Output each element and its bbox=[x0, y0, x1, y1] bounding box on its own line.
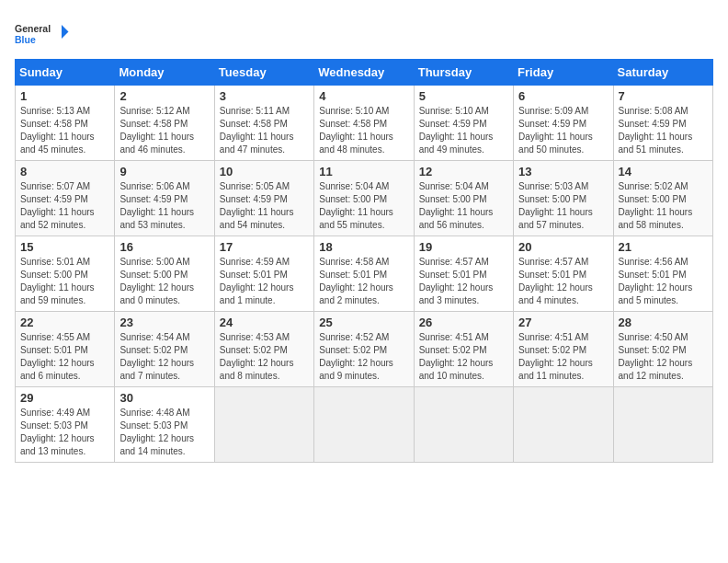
calendar-day-cell: 3Sunrise: 5:11 AM Sunset: 4:58 PM Daylig… bbox=[214, 86, 313, 161]
calendar-day-cell: 2Sunrise: 5:12 AM Sunset: 4:58 PM Daylig… bbox=[115, 86, 214, 161]
calendar-week-row: 22Sunrise: 4:55 AM Sunset: 5:01 PM Dayli… bbox=[16, 312, 713, 387]
calendar-day-cell: 15Sunrise: 5:01 AM Sunset: 5:00 PM Dayli… bbox=[16, 236, 115, 312]
calendar-day-cell: 24Sunrise: 4:53 AM Sunset: 5:02 PM Dayli… bbox=[214, 312, 313, 387]
day-info: Sunrise: 5:05 AM Sunset: 4:59 PM Dayligh… bbox=[220, 180, 309, 232]
day-info: Sunrise: 5:04 AM Sunset: 5:00 PM Dayligh… bbox=[319, 180, 408, 232]
calendar-day-cell: 12Sunrise: 5:04 AM Sunset: 5:00 PM Dayli… bbox=[414, 161, 513, 236]
calendar-day-cell bbox=[314, 387, 414, 463]
day-number: 29 bbox=[20, 391, 109, 405]
calendar-day-cell: 30Sunrise: 4:48 AM Sunset: 5:03 PM Dayli… bbox=[115, 387, 214, 463]
day-number: 4 bbox=[319, 89, 408, 103]
calendar-day-cell: 19Sunrise: 4:57 AM Sunset: 5:01 PM Dayli… bbox=[414, 236, 513, 312]
day-number: 8 bbox=[20, 165, 109, 178]
weekday-header-sunday: Sunday bbox=[16, 60, 115, 86]
day-number: 13 bbox=[518, 165, 608, 178]
day-number: 3 bbox=[220, 89, 309, 103]
day-number: 25 bbox=[319, 316, 408, 329]
calendar-week-row: 1Sunrise: 5:13 AM Sunset: 4:58 PM Daylig… bbox=[16, 86, 713, 161]
day-info: Sunrise: 5:00 AM Sunset: 5:00 PM Dayligh… bbox=[119, 256, 209, 307]
calendar-day-cell: 22Sunrise: 4:55 AM Sunset: 5:01 PM Dayli… bbox=[16, 312, 115, 387]
calendar-day-cell: 20Sunrise: 4:57 AM Sunset: 5:01 PM Dayli… bbox=[514, 236, 613, 312]
calendar-day-cell bbox=[514, 387, 613, 463]
day-info: Sunrise: 4:59 AM Sunset: 5:01 PM Dayligh… bbox=[220, 256, 309, 307]
day-number: 18 bbox=[319, 240, 408, 254]
day-number: 10 bbox=[220, 165, 309, 178]
day-number: 2 bbox=[119, 89, 209, 103]
day-number: 22 bbox=[20, 316, 109, 329]
calendar-day-cell: 8Sunrise: 5:07 AM Sunset: 4:59 PM Daylig… bbox=[16, 161, 115, 236]
day-number: 16 bbox=[119, 240, 209, 254]
day-number: 17 bbox=[220, 240, 309, 254]
day-info: Sunrise: 4:56 AM Sunset: 5:01 PM Dayligh… bbox=[619, 256, 708, 307]
day-info: Sunrise: 4:51 AM Sunset: 5:02 PM Dayligh… bbox=[518, 331, 608, 383]
day-number: 15 bbox=[20, 240, 109, 254]
svg-marker-2 bbox=[62, 25, 69, 39]
day-info: Sunrise: 4:58 AM Sunset: 5:01 PM Dayligh… bbox=[319, 256, 408, 307]
day-number: 12 bbox=[419, 165, 508, 178]
calendar-day-cell: 11Sunrise: 5:04 AM Sunset: 5:00 PM Dayli… bbox=[314, 161, 414, 236]
day-info: Sunrise: 5:12 AM Sunset: 4:58 PM Dayligh… bbox=[119, 105, 209, 156]
calendar-week-row: 29Sunrise: 4:49 AM Sunset: 5:03 PM Dayli… bbox=[16, 387, 713, 463]
day-number: 28 bbox=[619, 316, 708, 329]
calendar-day-cell: 7Sunrise: 5:08 AM Sunset: 4:59 PM Daylig… bbox=[613, 86, 712, 161]
day-info: Sunrise: 5:11 AM Sunset: 4:58 PM Dayligh… bbox=[220, 105, 309, 156]
calendar-day-cell: 13Sunrise: 5:03 AM Sunset: 5:00 PM Dayli… bbox=[514, 161, 613, 236]
day-number: 9 bbox=[119, 165, 209, 178]
weekday-header-monday: Monday bbox=[115, 60, 214, 86]
calendar-day-cell: 27Sunrise: 4:51 AM Sunset: 5:02 PM Dayli… bbox=[514, 312, 613, 387]
calendar-day-cell: 18Sunrise: 4:58 AM Sunset: 5:01 PM Dayli… bbox=[314, 236, 414, 312]
calendar-day-cell: 26Sunrise: 4:51 AM Sunset: 5:02 PM Dayli… bbox=[414, 312, 513, 387]
calendar-day-cell: 23Sunrise: 4:54 AM Sunset: 5:02 PM Dayli… bbox=[115, 312, 214, 387]
weekday-header-thursday: Thursday bbox=[414, 60, 513, 86]
day-number: 5 bbox=[419, 89, 508, 103]
calendar-day-cell: 4Sunrise: 5:10 AM Sunset: 4:58 PM Daylig… bbox=[314, 86, 414, 161]
day-info: Sunrise: 5:08 AM Sunset: 4:59 PM Dayligh… bbox=[619, 105, 708, 156]
calendar-day-cell: 16Sunrise: 5:00 AM Sunset: 5:00 PM Dayli… bbox=[115, 236, 214, 312]
calendar-day-cell: 17Sunrise: 4:59 AM Sunset: 5:01 PM Dayli… bbox=[214, 236, 313, 312]
day-info: Sunrise: 5:10 AM Sunset: 4:58 PM Dayligh… bbox=[319, 105, 408, 156]
day-info: Sunrise: 5:10 AM Sunset: 4:59 PM Dayligh… bbox=[419, 105, 508, 156]
day-number: 11 bbox=[319, 165, 408, 178]
day-number: 30 bbox=[119, 391, 209, 405]
weekday-header-row: SundayMondayTuesdayWednesdayThursdayFrid… bbox=[16, 60, 713, 86]
day-info: Sunrise: 5:03 AM Sunset: 5:00 PM Dayligh… bbox=[518, 180, 608, 232]
day-number: 7 bbox=[619, 89, 708, 103]
day-info: Sunrise: 5:09 AM Sunset: 4:59 PM Dayligh… bbox=[518, 105, 608, 156]
title-block bbox=[88, 15, 713, 17]
calendar-day-cell: 29Sunrise: 4:49 AM Sunset: 5:03 PM Dayli… bbox=[16, 387, 115, 463]
calendar-day-cell: 6Sunrise: 5:09 AM Sunset: 4:59 PM Daylig… bbox=[514, 86, 613, 161]
day-number: 27 bbox=[518, 316, 608, 329]
day-info: Sunrise: 4:55 AM Sunset: 5:01 PM Dayligh… bbox=[20, 331, 109, 383]
calendar-day-cell: 10Sunrise: 5:05 AM Sunset: 4:59 PM Dayli… bbox=[214, 161, 313, 236]
logo-svg: General Blue bbox=[15, 15, 70, 52]
day-info: Sunrise: 4:49 AM Sunset: 5:03 PM Dayligh… bbox=[20, 407, 109, 458]
calendar-table: SundayMondayTuesdayWednesdayThursdayFrid… bbox=[15, 59, 713, 463]
day-info: Sunrise: 5:13 AM Sunset: 4:58 PM Dayligh… bbox=[20, 105, 109, 156]
calendar-day-cell: 5Sunrise: 5:10 AM Sunset: 4:59 PM Daylig… bbox=[414, 86, 513, 161]
weekday-header-tuesday: Tuesday bbox=[214, 60, 313, 86]
calendar-week-row: 8Sunrise: 5:07 AM Sunset: 4:59 PM Daylig… bbox=[16, 161, 713, 236]
day-info: Sunrise: 5:04 AM Sunset: 5:00 PM Dayligh… bbox=[419, 180, 508, 232]
day-info: Sunrise: 4:48 AM Sunset: 5:03 PM Dayligh… bbox=[119, 407, 209, 458]
day-number: 24 bbox=[220, 316, 309, 329]
calendar-day-cell bbox=[214, 387, 313, 463]
calendar-day-cell: 25Sunrise: 4:52 AM Sunset: 5:02 PM Dayli… bbox=[314, 312, 414, 387]
calendar-day-cell bbox=[414, 387, 513, 463]
day-info: Sunrise: 4:50 AM Sunset: 5:02 PM Dayligh… bbox=[619, 331, 708, 383]
day-info: Sunrise: 4:57 AM Sunset: 5:01 PM Dayligh… bbox=[419, 256, 508, 307]
day-number: 23 bbox=[119, 316, 209, 329]
day-number: 21 bbox=[619, 240, 708, 254]
day-number: 14 bbox=[619, 165, 708, 178]
weekday-header-saturday: Saturday bbox=[613, 60, 712, 86]
day-info: Sunrise: 4:57 AM Sunset: 5:01 PM Dayligh… bbox=[518, 256, 608, 307]
day-info: Sunrise: 5:02 AM Sunset: 5:00 PM Dayligh… bbox=[619, 180, 708, 232]
calendar-week-row: 15Sunrise: 5:01 AM Sunset: 5:00 PM Dayli… bbox=[16, 236, 713, 312]
day-info: Sunrise: 4:52 AM Sunset: 5:02 PM Dayligh… bbox=[319, 331, 408, 383]
svg-text:Blue: Blue bbox=[15, 34, 36, 45]
calendar-day-cell: 21Sunrise: 4:56 AM Sunset: 5:01 PM Dayli… bbox=[613, 236, 712, 312]
weekday-header-friday: Friday bbox=[514, 60, 613, 86]
day-info: Sunrise: 4:54 AM Sunset: 5:02 PM Dayligh… bbox=[119, 331, 209, 383]
calendar-day-cell: 14Sunrise: 5:02 AM Sunset: 5:00 PM Dayli… bbox=[613, 161, 712, 236]
day-number: 19 bbox=[419, 240, 508, 254]
calendar-day-cell bbox=[613, 387, 712, 463]
